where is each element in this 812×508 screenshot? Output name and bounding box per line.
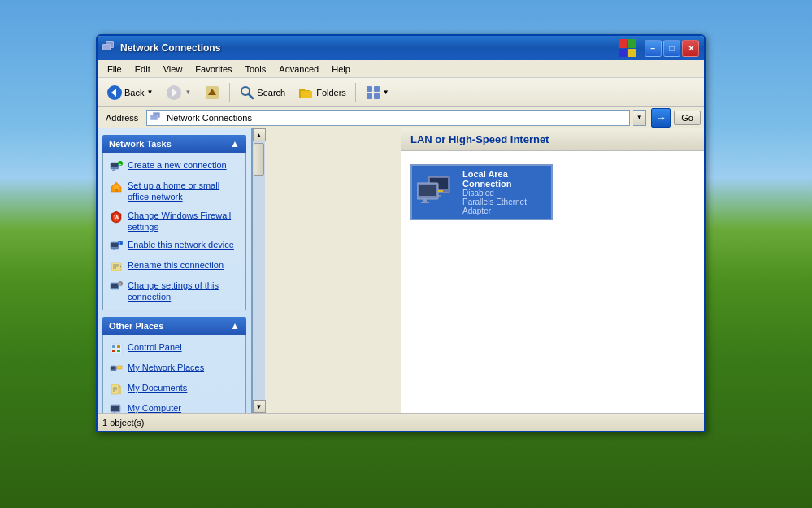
window-icon: [102, 41, 115, 54]
network-connection-icon: [417, 176, 456, 209]
task-enable-device[interactable]: ! Enable this network device: [108, 237, 241, 254]
svg-rect-45: [111, 367, 115, 370]
network-tasks-section: Network Tasks ▲: [102, 135, 246, 310]
toolbar-separator-2: [355, 83, 356, 102]
right-content: LAN or High-Speed Internet: [401, 128, 704, 413]
control-panel-icon: [110, 342, 123, 355]
task-create-connection[interactable]: + Create a new connection: [108, 158, 241, 175]
other-places-title: Other Places: [109, 321, 163, 331]
content-area: Network Tasks ▲: [98, 128, 704, 413]
task-my-network-places[interactable]: My Network Places: [108, 360, 241, 377]
svg-rect-46: [117, 366, 122, 369]
svg-rect-49: [119, 387, 121, 394]
views-dropdown-icon[interactable]: ▼: [383, 89, 389, 96]
address-go-arrow[interactable]: →: [651, 108, 671, 128]
scroll-up-button[interactable]: ▲: [253, 128, 266, 141]
menu-advanced[interactable]: Advanced: [272, 63, 325, 76]
svg-rect-11: [367, 86, 372, 92]
svg-point-38: [119, 284, 121, 285]
windows-logo: [619, 39, 636, 57]
enable-icon: !: [110, 240, 123, 253]
menu-help[interactable]: Help: [325, 63, 357, 76]
left-panel: Network Tasks ▲: [98, 128, 252, 413]
left-panel-scrollbar: ▲ ▼: [252, 128, 265, 413]
menu-tools[interactable]: Tools: [239, 63, 273, 76]
task-my-documents[interactable]: My Documents: [108, 380, 241, 397]
settings-icon: [110, 280, 123, 293]
task-rename[interactable]: Rename this connection: [108, 258, 241, 275]
network-tasks-title: Network Tasks: [109, 139, 172, 149]
svg-line-7: [249, 94, 253, 98]
search-label: Search: [257, 88, 285, 98]
address-icon: [150, 112, 163, 124]
address-dropdown-button[interactable]: ▼: [633, 110, 646, 126]
minimize-button[interactable]: −: [645, 40, 662, 57]
folders-button[interactable]: Folders: [293, 81, 352, 104]
up-button[interactable]: [198, 81, 226, 104]
rename-icon: [110, 260, 123, 273]
menu-favorites[interactable]: Favorites: [189, 63, 238, 76]
scroll-thumb[interactable]: [254, 143, 264, 176]
other-places-body: Control Panel My Ne: [102, 335, 246, 413]
left-panel-container: Network Tasks ▲: [98, 128, 401, 413]
task-my-computer[interactable]: My Computer: [108, 401, 241, 413]
address-input-wrap: [146, 110, 630, 126]
svg-rect-13: [367, 93, 372, 99]
svg-rect-23: [114, 185, 119, 189]
svg-text:!: !: [119, 241, 120, 246]
forward-button[interactable]: ▼: [160, 81, 197, 104]
maximize-button[interactable]: □: [663, 40, 680, 57]
window-title: Network Connections: [120, 42, 614, 54]
views-button[interactable]: ▼: [359, 81, 395, 104]
svg-rect-41: [117, 345, 120, 348]
network-connections-window: Network Connections − □ ✕ File Edit View…: [96, 34, 706, 432]
svg-rect-36: [111, 284, 118, 288]
search-icon: [239, 85, 255, 101]
svg-rect-10: [301, 91, 312, 98]
task-firewall[interactable]: W Change Windows Firewall settings: [108, 208, 241, 235]
local-area-connection-item[interactable]: Local Area Connection Disabled Parallels…: [410, 164, 553, 220]
network-tasks-header[interactable]: Network Tasks ▲: [102, 135, 246, 153]
status-bar: 1 object(s): [98, 413, 704, 431]
toolbar: Back ▼ ▼: [98, 78, 704, 107]
other-places-header[interactable]: Other Places ▲: [102, 317, 246, 335]
task-home-network[interactable]: Set up a home or small office network: [108, 178, 241, 205]
views-icon: [365, 85, 381, 101]
forward-dropdown-icon[interactable]: ▼: [185, 89, 191, 96]
my-network-places-icon: [110, 363, 123, 376]
title-bar: Network Connections − □ ✕: [98, 36, 704, 60]
scroll-down-button[interactable]: ▼: [253, 400, 266, 413]
address-input[interactable]: [167, 113, 626, 123]
task-control-panel[interactable]: Control Panel: [108, 340, 241, 357]
other-places-section: Other Places ▲: [102, 317, 246, 413]
svg-rect-12: [374, 86, 380, 92]
back-button[interactable]: Back ▼: [101, 81, 158, 104]
back-dropdown-icon[interactable]: ▼: [146, 89, 153, 96]
task-my-network-places-label: My Network Places: [128, 362, 204, 373]
address-bar: Address ▼ → Go: [98, 107, 704, 128]
search-button[interactable]: Search: [233, 81, 291, 104]
scroll-thumb-area: [253, 141, 265, 400]
address-go-button[interactable]: Go: [674, 111, 701, 125]
menu-edit[interactable]: Edit: [128, 63, 157, 76]
svg-rect-42: [112, 350, 115, 352]
forward-icon: [166, 85, 182, 101]
section-content: Local Area Connection Disabled Parallels…: [401, 151, 704, 233]
svg-text:+: +: [119, 162, 122, 167]
address-label: Address: [101, 113, 143, 123]
menu-view[interactable]: View: [157, 63, 189, 76]
svg-rect-14: [374, 93, 380, 99]
status-text: 1 object(s): [102, 418, 144, 428]
task-my-computer-label: My Computer: [128, 402, 181, 413]
toolbar-separator-1: [229, 83, 230, 102]
my-computer-icon: [110, 403, 123, 413]
svg-rect-54: [111, 406, 119, 411]
svg-rect-39: [111, 344, 122, 354]
menu-file[interactable]: File: [101, 63, 128, 76]
network-tasks-body: + Create a new connection: [102, 153, 246, 310]
section-header: LAN or High-Speed Internet: [401, 128, 704, 151]
menu-bar: File Edit View Favorites Tools Advanced …: [98, 60, 704, 78]
svg-rect-43: [117, 350, 120, 352]
task-change-settings[interactable]: Change settings of this connection: [108, 278, 241, 305]
close-button[interactable]: ✕: [682, 40, 699, 57]
